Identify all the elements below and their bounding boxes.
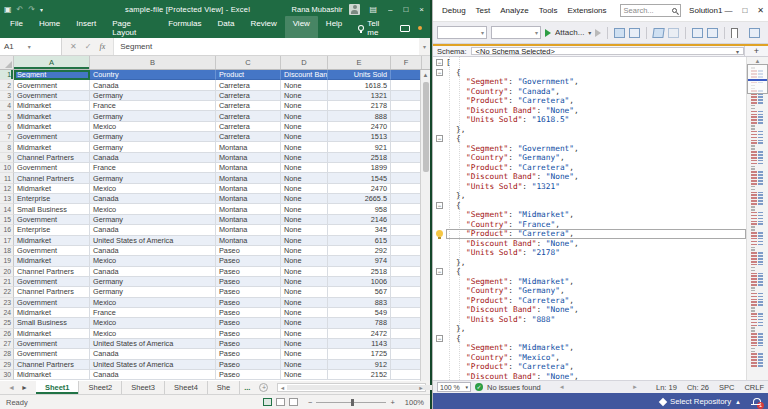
row-number[interactable]: 23 xyxy=(0,298,14,308)
data-cell[interactable]: 2518 xyxy=(328,153,391,163)
data-cell[interactable]: Channel Partners xyxy=(14,153,90,163)
empty-cell[interactable] xyxy=(391,256,422,266)
data-cell[interactable]: None xyxy=(281,163,328,173)
code-line[interactable]: "Discount Band": "None", xyxy=(433,106,746,116)
code-text[interactable]: { xyxy=(446,201,746,211)
data-cell[interactable]: Germany xyxy=(90,91,216,101)
empty-cell[interactable] xyxy=(391,360,422,370)
row-number[interactable]: 25 xyxy=(0,318,14,328)
ribbon-tab-home[interactable]: Home xyxy=(31,16,68,40)
row-number[interactable]: 13 xyxy=(0,194,14,204)
data-cell[interactable]: Channel Partners xyxy=(14,360,90,370)
column-header-f[interactable]: F xyxy=(391,56,422,69)
code-line[interactable]: }, xyxy=(433,258,746,268)
data-cell[interactable]: Carretera xyxy=(216,122,281,132)
vs-maximize-button[interactable]: □ xyxy=(742,6,747,15)
code-text[interactable]: "Country": "Canada", xyxy=(446,87,746,97)
data-cell[interactable]: Paseo xyxy=(216,267,281,277)
row-number[interactable]: 14 xyxy=(0,204,14,214)
code-line[interactable]: "Country": "Germany", xyxy=(433,153,746,163)
data-cell[interactable]: Germany xyxy=(90,132,216,142)
data-cell[interactable]: Canada xyxy=(90,267,216,277)
row-number[interactable]: 27 xyxy=(0,339,14,349)
empty-cell[interactable] xyxy=(391,132,422,142)
empty-cell[interactable] xyxy=(391,349,422,359)
data-cell[interactable]: Mexico xyxy=(90,184,216,194)
data-cell[interactable]: Midmarket xyxy=(14,101,90,111)
data-cell[interactable]: Carretera xyxy=(216,101,281,111)
vertical-scrollbar[interactable]: ▲ xyxy=(420,70,430,381)
user-name[interactable]: Rana Mubashir xyxy=(292,5,343,14)
sheet-nav-next-icon[interactable]: ► xyxy=(21,384,28,391)
ribbon-tab-help[interactable]: Help xyxy=(318,16,350,40)
normal-view-icon[interactable] xyxy=(263,398,272,406)
code-text[interactable]: [ xyxy=(446,58,746,68)
json-editor[interactable]: −[−{"Segment": "Government","Country": "… xyxy=(433,57,768,380)
row-number[interactable]: 21 xyxy=(0,277,14,287)
row-number[interactable]: 6 xyxy=(0,122,14,132)
data-cell[interactable]: None xyxy=(281,132,328,142)
sheet-tab-sheet2[interactable]: Sheet2 xyxy=(79,381,122,394)
data-cell[interactable]: 1321 xyxy=(328,91,391,101)
header-cell[interactable]: Country xyxy=(90,70,216,80)
data-cell[interactable]: 788 xyxy=(328,318,391,328)
data-cell[interactable]: Montana xyxy=(216,184,281,194)
column-header-b[interactable]: B xyxy=(90,56,216,69)
data-cell[interactable]: Midmarket xyxy=(14,370,90,380)
data-cell[interactable]: Montana xyxy=(216,173,281,183)
code-line[interactable]: −{ xyxy=(433,334,746,344)
column-header-d[interactable]: D xyxy=(281,56,328,69)
code-text[interactable]: "Discount Band": "None", xyxy=(446,305,746,315)
user-avatar[interactable] xyxy=(349,4,360,15)
editor-zoom-dropdown[interactable]: 100 %▾ xyxy=(437,382,471,392)
data-cell[interactable]: Canada xyxy=(90,246,216,256)
data-cell[interactable]: United States of America xyxy=(90,339,216,349)
horizontal-scrollbar[interactable]: ◄ ► xyxy=(277,383,426,392)
char-indicator[interactable]: Ch: 26 xyxy=(687,383,709,392)
data-cell[interactable]: Montana xyxy=(216,225,281,235)
solution-explorer-icon[interactable] xyxy=(629,28,640,38)
data-cell[interactable]: Germany xyxy=(90,215,216,225)
spreadsheet-grid[interactable]: ▲ 1SegmentCountryProductDiscount BandUni… xyxy=(0,70,430,381)
data-cell[interactable]: Germany xyxy=(90,287,216,297)
data-cell[interactable]: Channel Partners xyxy=(14,267,90,277)
data-cell[interactable]: Montana xyxy=(216,194,281,204)
code-line[interactable]: "Product": "Carretera", xyxy=(433,362,746,372)
data-cell[interactable]: None xyxy=(281,142,328,152)
data-cell[interactable]: Mexico xyxy=(90,122,216,132)
data-cell[interactable]: 345 xyxy=(328,225,391,235)
data-cell[interactable]: 1006 xyxy=(328,277,391,287)
menu-tools[interactable]: Tools xyxy=(534,4,563,17)
empty-cell[interactable] xyxy=(391,80,422,90)
scroll-up-icon[interactable]: ▲ xyxy=(421,70,430,80)
code-line[interactable]: "Discount Band": "None", xyxy=(433,172,746,182)
row-number[interactable]: 4 xyxy=(0,101,14,111)
code-line[interactable]: "Discount Band": "None", xyxy=(433,372,746,381)
eol-indicator[interactable]: CRLF xyxy=(744,383,764,392)
sheet-tab-she[interactable]: She xyxy=(208,381,240,394)
header-cell[interactable]: Discount Band xyxy=(281,70,328,80)
data-cell[interactable]: 2470 xyxy=(328,184,391,194)
empty-cell[interactable] xyxy=(391,277,422,287)
data-cell[interactable]: None xyxy=(281,225,328,235)
ribbon-tab-insert[interactable]: Insert xyxy=(68,16,104,40)
empty-cell[interactable] xyxy=(391,194,422,204)
save-icon[interactable]: ▣ xyxy=(4,5,12,14)
fold-collapse-icon[interactable]: − xyxy=(436,69,443,76)
data-cell[interactable]: Midmarket xyxy=(14,329,90,339)
code-text[interactable]: "Country": "Mexico", xyxy=(446,353,746,363)
empty-cell[interactable] xyxy=(391,236,422,246)
hscroll-left-icon[interactable]: ◄ xyxy=(278,384,286,391)
data-cell[interactable]: Paseo xyxy=(216,277,281,287)
code-text[interactable]: { xyxy=(446,68,746,78)
data-cell[interactable]: Canada xyxy=(90,225,216,235)
empty-cell[interactable] xyxy=(391,163,422,173)
data-cell[interactable]: 549 xyxy=(328,308,391,318)
code-line[interactable]: −{ xyxy=(433,134,746,144)
row-number[interactable]: 26 xyxy=(0,329,14,339)
menu-extensions[interactable]: Extensions xyxy=(562,4,611,17)
code-text[interactable]: "Units Sold": "888" xyxy=(446,315,746,325)
go-to-definition-icon[interactable] xyxy=(653,28,665,38)
sheet-tab-sheet4[interactable]: Sheet4 xyxy=(165,381,208,394)
data-cell[interactable]: None xyxy=(281,360,328,370)
